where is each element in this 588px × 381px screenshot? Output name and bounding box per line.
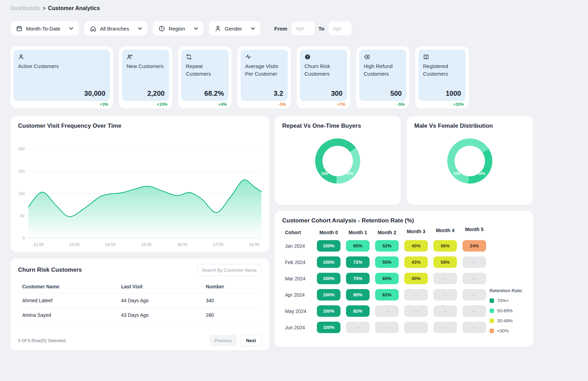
branch-dropdown[interactable]: All Branches xyxy=(84,21,147,36)
gender-dropdown[interactable]: Gender xyxy=(209,21,260,36)
info-icon xyxy=(158,25,165,32)
kpi-active-customers: Active Customers 30,000 +3% xyxy=(10,46,113,109)
cohort-header: Month 0 xyxy=(314,230,343,235)
kpi-high-refund: High Refund Customers 500 -5% xyxy=(356,46,409,109)
cohort-cell: – xyxy=(433,273,457,284)
cohort-analysis-card: Customer Cohort Analysis - Retention Rat… xyxy=(275,211,533,347)
legend-label: 50-69% xyxy=(497,308,513,313)
cohort-cell: 100% xyxy=(317,289,340,300)
date-range-dropdown[interactable]: Month-To-Date xyxy=(10,21,79,36)
breadcrumb-separator: > xyxy=(43,6,45,11)
kpi-delta: -5% xyxy=(279,102,286,107)
cohort-cell: 55% xyxy=(375,256,399,268)
cohort-cell: – xyxy=(404,322,428,333)
cohort-cell: 72% xyxy=(346,256,370,268)
kpi-label: Repeat Customers xyxy=(186,62,224,78)
to-label: To xyxy=(319,26,325,32)
cell-last-visit: 44 Days Ago xyxy=(121,298,206,303)
svg-text:17:00: 17:00 xyxy=(213,242,223,247)
activity-icon xyxy=(245,54,251,60)
from-label: From xyxy=(274,26,287,32)
customer-search-input[interactable] xyxy=(197,264,262,276)
donut-segment-label: 50% xyxy=(478,172,485,176)
kpi-delta: +7% xyxy=(337,102,345,107)
cohort-row-label: Jun 2024 xyxy=(282,325,314,330)
cohort-header: Month 1 xyxy=(343,230,372,235)
kpi-delta: +10% xyxy=(157,102,167,107)
next-button[interactable]: Next xyxy=(240,335,262,346)
col-number: Number xyxy=(206,284,258,289)
legend-title: Retention Rate: xyxy=(490,288,528,293)
kpi-value: 2,200 xyxy=(147,90,165,98)
kpi-label: Registered Customers xyxy=(423,62,461,78)
table-row[interactable]: Ahmed Lateef 44 Days Ago 340 xyxy=(18,293,262,308)
legend-swatch xyxy=(490,329,494,333)
cohort-cell: 100% xyxy=(317,273,340,284)
kpi-delta: -5% xyxy=(397,102,405,107)
cohort-cell: 62% xyxy=(375,289,399,300)
svg-text:12:00: 12:00 xyxy=(33,242,44,247)
age-range-filter: From To xyxy=(274,22,352,35)
cohort-cell: – xyxy=(404,289,428,300)
backspace-icon xyxy=(364,54,370,60)
donut-segment-label: 50% xyxy=(346,172,353,176)
kpi-registered-customers: Registered Customers 1000 +30% xyxy=(415,46,469,109)
region-dropdown[interactable]: Region xyxy=(153,21,204,36)
repeat-vs-onetime-title: Repeat Vs One-Time Buyers xyxy=(282,122,393,129)
repeat-vs-onetime-card: Repeat Vs One-Time Buyers 15% 50% xyxy=(275,116,401,205)
kpi-label: High Refund Customers xyxy=(364,62,402,78)
kpi-label: Churn Risk Customers xyxy=(304,62,343,78)
kpi-value: 1000 xyxy=(446,90,461,98)
cohort-cell: – xyxy=(433,305,457,317)
previous-button[interactable]: Previous xyxy=(209,335,237,346)
age-to-input[interactable] xyxy=(329,22,352,35)
cohort-header: Month 5 xyxy=(460,227,489,232)
kpi-delta: +3% xyxy=(100,102,108,107)
cohort-row-label: Jan 2024 xyxy=(282,243,314,249)
cohort-cell: – xyxy=(375,305,399,317)
cell-customer-name: Ahmed Lateef xyxy=(22,298,121,303)
male-vs-female-donut-chart: 15% 50% xyxy=(447,138,492,184)
kpi-churn-risk: Churn Risk Customers 300 +7% xyxy=(297,46,350,109)
cell-number: 280 xyxy=(206,312,258,318)
cohort-row-label: May 2024 xyxy=(282,308,314,314)
kpi-value: 3.2 xyxy=(274,90,283,98)
person-icon xyxy=(215,25,221,32)
cohort-cell: 100% xyxy=(317,256,340,268)
cohort-row-label: Mar 2024 xyxy=(282,276,314,281)
cohort-header: Month 3 xyxy=(401,229,431,234)
cohort-cell: – xyxy=(404,305,428,317)
cell-customer-name: Amina Sayed xyxy=(22,312,121,318)
cohort-cell: 82% xyxy=(346,305,370,317)
svg-text:14:00: 14:00 xyxy=(105,242,115,247)
cohort-row-label: Apr 2024 xyxy=(282,292,314,298)
cohort-cell: 100% xyxy=(317,305,340,317)
page-title: Customer Analytics xyxy=(48,5,100,11)
churn-table: Customer Name Last Visit Number Ahmed La… xyxy=(18,280,262,327)
cohort-cell: – xyxy=(433,322,457,333)
kpi-value: 500 xyxy=(390,90,402,98)
chevron-down-icon xyxy=(69,27,73,30)
svg-text:0: 0 xyxy=(23,236,25,240)
cohort-cell: – xyxy=(462,305,486,317)
kpi-delta: +4% xyxy=(218,102,227,107)
breadcrumb-dashboards-link[interactable]: Dashboards xyxy=(10,5,40,11)
kpi-new-customers: New Customers 2,200 +10% xyxy=(119,46,172,109)
col-last-visit: Last Visit xyxy=(121,284,206,289)
kpi-delta: +30% xyxy=(453,102,464,107)
legend-item: 70%+ xyxy=(490,298,528,303)
repeat-vs-onetime-donut-chart: 15% 50% xyxy=(315,138,360,184)
cohort-cell: 40% xyxy=(404,240,428,252)
book-icon xyxy=(423,54,429,60)
cell-number: 340 xyxy=(206,298,258,303)
kpi-value: 300 xyxy=(331,90,343,98)
cohort-cell: 65% xyxy=(346,240,370,252)
table-row[interactable]: Amina Sayed 43 Days Ago 280 xyxy=(18,308,262,322)
cohort-row-label: Feb 2024 xyxy=(282,260,314,265)
svg-text:16:00: 16:00 xyxy=(177,242,188,247)
age-from-input[interactable] xyxy=(292,22,314,35)
cohort-cell: 45% xyxy=(404,273,428,284)
cohort-cell: 24% xyxy=(462,240,486,252)
repeat-icon xyxy=(186,54,192,60)
visit-frequency-chart: 05010015020012:0013:0014:0015:0016:0017:… xyxy=(10,116,269,252)
